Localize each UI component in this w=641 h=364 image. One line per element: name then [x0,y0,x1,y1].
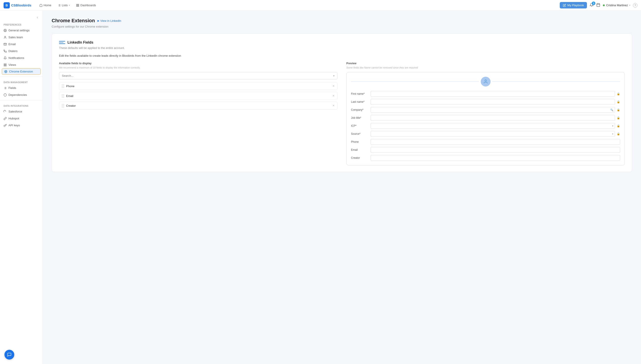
lock-icon-lastname: 🔒 [617,100,620,104]
sidebar-dependencies-label: Dependencies [9,93,27,96]
card-list-icon [59,40,65,45]
form-row-firstname: First name* 🔒 [351,91,620,97]
form-label-jobtitle: Job title* [351,116,369,120]
form-label-company: Company* [351,108,369,112]
form-row-company: Company* 🔍 🔒 [351,107,620,113]
linkedin-fields-card: LinkedIn Fields These defaults will be a… [52,34,632,172]
help-icon: ? [634,4,636,7]
sidebar-item-email[interactable]: Email [0,41,43,48]
app-logo[interactable]: B CSBloobirds [4,2,31,8]
svg-point-32 [485,80,486,82]
sidebar-salesforce-label: Salesforce [9,110,22,113]
preview-panel: First name* 🔒 Last name* 🔒 Company* [346,72,625,166]
sidebar-item-dependencies[interactable]: Dependencies [0,92,43,98]
nav-lists[interactable]: Lists ▾ [55,2,73,8]
preview-sublabel: Some fields like Name cannot be removed … [346,66,625,69]
drag-handle-email[interactable] [62,94,64,98]
svg-rect-19 [4,65,5,66]
form-row-source: Source* ▾ 🔒 [351,131,620,137]
chat-button[interactable] [5,350,14,360]
form-label-email: Email [351,148,369,152]
available-fields-sublabel: We recommend a maximum of 10 fields to d… [59,66,338,69]
svg-rect-16 [4,64,5,64]
main-content: Chrome Extension ▶ View in LinkedIn Conf… [43,11,641,364]
sidebar-item-chrome-extension[interactable]: Chrome Extension [2,68,41,75]
field-name-creator: Creator [66,104,331,108]
field-name-email: Email [66,94,331,98]
form-label-source: Source* [351,132,369,136]
preview-form: First name* 🔒 Last name* 🔒 Company* [351,91,620,161]
view-linkedin-link[interactable]: ▶ View in LinkedIn [98,19,121,22]
svg-point-14 [5,30,6,31]
notification-button[interactable]: 5 [590,3,594,8]
form-input-email [371,147,620,153]
preview-line-left [351,82,479,82]
icp-chevron-icon: ▾ [612,124,613,128]
available-fields-column: Available fields to display We recommend… [59,62,338,166]
sidebar-collapse-button[interactable] [0,14,43,21]
sidebar-api-keys-label: API keys [9,124,20,127]
form-label-lastname: Last name* [351,100,369,104]
sidebar-item-hubspot[interactable]: Hubspot [0,115,43,122]
nav-links: Home Lists ▾ Dashboards [37,2,99,8]
form-input-creator [371,155,620,161]
remove-phone-button[interactable]: × [333,84,335,88]
form-label-phone: Phone [351,140,369,144]
field-name-phone: Phone [66,84,331,88]
user-menu[interactable]: Cristina Martinez ▾ [603,4,630,7]
drag-handle-phone[interactable] [62,84,64,88]
sidebar-sales-team-label: Sales team [9,36,23,39]
field-search-input[interactable] [62,74,333,78]
nav-lists-label: Lists [62,4,68,7]
playbook-button[interactable]: My Playbook [560,2,587,8]
page-title: Chrome Extension [52,18,95,24]
remove-creator-button[interactable]: × [333,104,335,108]
calendar-button[interactable] [596,3,600,8]
nav-home-label: Home [44,4,51,7]
svg-rect-6 [77,4,78,5]
page-subtitle: Configure settings for our Chrome extens… [52,25,632,28]
lock-icon-icp: 🔒 [617,124,620,128]
nav-home[interactable]: Home [37,2,54,8]
logo-icon: B [4,2,10,8]
card-title: LinkedIn Fields [68,40,93,44]
form-input-company: 🔍 [371,107,615,113]
user-online-indicator [603,4,605,6]
preview-label: Preview [346,62,625,65]
sidebar-item-salesforce[interactable]: Salesforce [0,108,43,115]
field-search-dropdown[interactable]: ▾ [59,72,338,80]
sidebar-item-notifications[interactable]: Notifications [0,54,43,61]
preview-column: Preview Some fields like Name cannot be … [346,62,625,166]
sidebar-item-fields[interactable]: Fields [0,84,43,92]
source-chevron-icon: ▾ [612,132,613,136]
form-row-email: Email [351,147,620,153]
top-navigation: B CSBloobirds Home Lists ▾ Dashboards My… [0,0,641,11]
help-button[interactable]: ? [633,3,637,8]
notification-badge: 5 [592,2,595,5]
form-label-creator: Creator [351,156,369,160]
svg-rect-17 [5,64,6,64]
sidebar-item-api-keys[interactable]: API keys [0,122,43,129]
sidebar-email-label: Email [9,42,16,46]
sidebar-chrome-extension-label: Chrome Extension [9,70,33,73]
lists-chevron-icon: ▾ [69,4,70,6]
card-header: LinkedIn Fields [59,40,625,45]
search-chevron-icon: ▾ [333,74,335,78]
sidebar-item-sales-team[interactable]: Sales team [0,34,43,41]
sidebar-fields-label: Fields [9,86,16,90]
drag-handle-creator[interactable] [62,104,64,108]
user-name: Cristina Martinez [606,4,628,7]
preview-avatar-area [351,77,620,86]
svg-point-31 [4,94,7,96]
field-item-phone: Phone × [59,82,338,90]
svg-rect-9 [77,6,78,6]
nav-dashboards-label: Dashboards [80,4,96,7]
sidebar-views-label: Views [9,63,16,66]
lock-icon-firstname: 🔒 [617,92,620,96]
nav-dashboards[interactable]: Dashboards [74,2,99,8]
remove-email-button[interactable]: × [333,94,335,98]
sidebar-item-views[interactable]: Views [0,61,43,68]
sidebar-item-dialers[interactable]: Dialers [0,48,43,54]
two-column-layout: Available fields to display We recommend… [59,62,625,166]
sidebar-item-general-settings[interactable]: General settings [0,27,43,34]
